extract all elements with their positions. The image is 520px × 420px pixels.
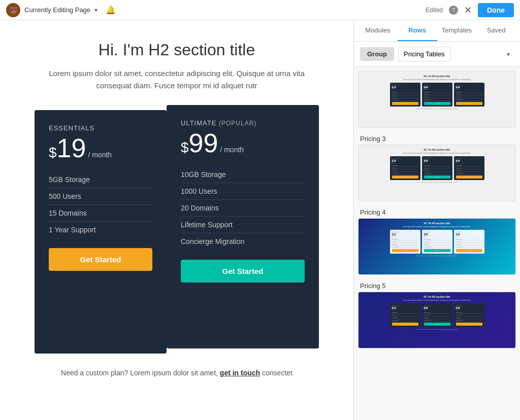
price-amount: 99	[189, 130, 218, 156]
edited-label: Edited	[426, 7, 443, 14]
card-price: $ 99 / month	[181, 130, 305, 156]
get-started-button-ultimate[interactable]: Get Started	[181, 260, 305, 283]
top-bar-left: 🐻 Currently Editing Page ▾ 🔔	[6, 3, 116, 17]
mini-card: ULTIMATE $99 /month 10GB Storage 1000 Us…	[422, 230, 452, 254]
pricing-cards-container: ESSENTIALS $ 19 / month 5GB Storage 500 …	[30, 110, 323, 354]
card-feature: 1000 Users	[181, 183, 305, 200]
mini-card: ESSENTIALS $19 /month 5GB Storage 500 Us…	[390, 230, 420, 254]
price-amount: 19	[57, 135, 86, 161]
card-feature: 1 Year Support	[49, 222, 152, 238]
mini-card: ESSENTIALS $19 /month 5GB Storage 500 Us…	[390, 303, 420, 327]
mini-pricing-preview: Hi. I'm H2 section title Lorem ipsum dol…	[359, 292, 515, 348]
mini-pricing-preview: Hi. I'm H2 section title Lorem ipsum dol…	[359, 219, 515, 274]
page-footer-text: Need a custom plan? Lorem ipsum dolor si…	[30, 369, 323, 377]
page-title-section: Hi. I'm H2 section title Lorem ipsum dol…	[30, 41, 323, 92]
price-period: / month	[220, 146, 244, 154]
card-feature: Lifetime Support	[181, 217, 305, 233]
template-label: Pricing 4	[358, 205, 516, 218]
page-title: Currently Editing Page	[24, 6, 90, 14]
help-icon[interactable]: ?	[449, 6, 458, 15]
template-preview[interactable]: Hi. I'm H2 section title Lorem ipsum dol…	[358, 71, 516, 128]
template-item-pricing-5: Pricing 5 Hi. I'm H2 section title Lorem…	[358, 279, 516, 348]
close-icon[interactable]: ✕	[464, 5, 472, 16]
template-item-pricing-3: Pricing 3 Hi. I'm H2 section title Lorem…	[358, 132, 516, 201]
card-feature: 10GB Storage	[181, 166, 305, 183]
logo-icon: 🐻	[6, 3, 20, 17]
get-started-button-essentials[interactable]: Get Started	[49, 248, 152, 271]
category-select-wrapper: Pricing Tables Hero Sections Features	[398, 47, 514, 61]
category-select[interactable]: Pricing Tables Hero Sections Features	[398, 47, 451, 61]
panel-tabs: Modules Rows Templates Saved	[354, 20, 520, 42]
section-body-text: Lorem ipsum dolor sit amet, consectetur …	[30, 67, 323, 92]
panel-filter: Group Pricing Tables Hero Sections Featu…	[354, 42, 520, 67]
template-preview[interactable]: Hi. I'm H2 section title Lorem ipsum dol…	[358, 145, 516, 201]
mini-card: PREMIUM $49 /month 10GB Storage 1000 Use…	[454, 303, 484, 327]
mini-pricing-preview: Hi. I'm H2 section title Lorem ipsum dol…	[359, 72, 515, 127]
template-thumbnail: Hi. I'm H2 section title Lorem ipsum dol…	[359, 219, 515, 274]
price-dollar: $	[49, 145, 57, 161]
price-period: / month	[88, 151, 112, 159]
template-preview[interactable]: Hi. I'm H2 section title Lorem ipsum dol…	[358, 292, 516, 348]
card-feature: 15 Domains	[49, 205, 152, 222]
card-feature: Concierge Migration	[181, 233, 305, 250]
card-feature: 500 Users	[49, 188, 152, 205]
popular-badge: (Popular)	[219, 120, 256, 127]
mini-card: ESSENTIALS $19 /month 5GB Storage 500 Us…	[390, 156, 420, 180]
card-features: 5GB Storage 500 Users 15 Domains 1 Year …	[49, 171, 152, 238]
tab-templates[interactable]: Templates	[437, 20, 477, 41]
mini-pricing-preview: Hi. I'm H2 section title Lorem ipsum dol…	[359, 145, 515, 201]
mini-card: ULTIMATE $99 /month 10GB Storage 1000 Us…	[422, 156, 452, 180]
card-plan-label: ULTIMATE (Popular)	[181, 119, 305, 127]
pricing-card-essentials: ESSENTIALS $ 19 / month 5GB Storage 500 …	[35, 110, 167, 354]
get-in-touch-link[interactable]: get in touch	[220, 369, 260, 377]
card-feature: 5GB Storage	[49, 171, 152, 188]
template-preview[interactable]: Hi. I'm H2 section title Lorem ipsum dol…	[358, 218, 516, 275]
card-features: 10GB Storage 1000 Users 20 Domains Lifet…	[181, 166, 305, 250]
chevron-down-icon[interactable]: ▾	[94, 7, 98, 14]
main-content: Hi. I'm H2 section title Lorem ipsum dol…	[0, 20, 520, 420]
mini-card: PREMIUM $49 /month 10GB Storage 1000 Use…	[454, 83, 484, 107]
mini-card: ULTIMATE $99 /month 10GB Storage 1000 Us…	[422, 83, 452, 107]
tab-modules[interactable]: Modules	[358, 20, 398, 41]
group-button[interactable]: Group	[360, 47, 394, 61]
template-thumbnail: Hi. I'm H2 section title Lorem ipsum dol…	[359, 72, 515, 127]
mini-card: ULTIMATE $99 /month 10GB Storage 1000 Us…	[422, 303, 452, 327]
mini-card: PREMIUM $49 /month 10GB Storage 1000 Use…	[454, 230, 484, 254]
pricing-card-ultimate: ULTIMATE (Popular) $ 99 / month 10GB Sto…	[167, 105, 319, 348]
template-thumbnail: Hi. I'm H2 section title Lorem ipsum dol…	[359, 145, 515, 201]
done-button[interactable]: Done	[478, 3, 514, 17]
card-plan-label: ESSENTIALS	[49, 124, 152, 132]
card-price: $ 19 / month	[49, 135, 152, 161]
template-list: Hi. I'm H2 section title Lorem ipsum dol…	[354, 67, 520, 420]
top-bar: 🐻 Currently Editing Page ▾ 🔔 Edited ? ✕ …	[0, 0, 520, 20]
page-editor: Hi. I'm H2 section title Lorem ipsum dol…	[0, 20, 353, 420]
right-panel: Modules Rows Templates Saved Group Prici…	[353, 20, 520, 420]
top-bar-right: Edited ? ✕ Done	[426, 3, 514, 17]
section-heading: Hi. I'm H2 section title	[30, 41, 323, 59]
price-dollar: $	[181, 139, 189, 156]
template-item-pricing-default-first: Hi. I'm H2 section title Lorem ipsum dol…	[358, 71, 516, 128]
card-feature: 20 Domains	[181, 200, 305, 217]
template-thumbnail: Hi. I'm H2 section title Lorem ipsum dol…	[359, 292, 515, 348]
mini-card: PREMIUM $49 /month 10GB Storage 1000 Use…	[454, 156, 484, 180]
tab-saved[interactable]: Saved	[476, 20, 516, 41]
template-item-pricing-4: Pricing 4 Hi. I'm H2 section title Lorem…	[358, 205, 516, 275]
template-label: Pricing 5	[358, 279, 516, 292]
template-label: Pricing 3	[358, 132, 516, 145]
mini-card: ESSENTIALS $19 /month 5GB Storage 500 Us…	[390, 83, 420, 107]
tab-rows[interactable]: Rows	[398, 20, 437, 41]
bell-icon[interactable]: 🔔	[106, 5, 116, 15]
